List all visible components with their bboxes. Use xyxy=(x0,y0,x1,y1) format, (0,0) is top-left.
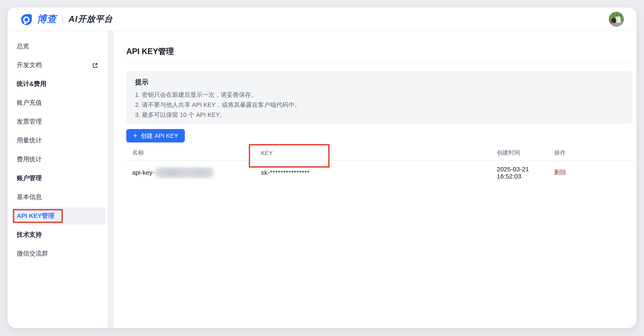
sidebar-item-wechat-group[interactable]: 微信交流群 xyxy=(8,244,108,263)
sidebar-item-cost-stats[interactable]: 费用统计 xyxy=(8,150,108,169)
plus-icon: + xyxy=(133,132,137,139)
cell-created-at: 2025-03-21 16:52:03 xyxy=(497,165,554,180)
external-link-icon xyxy=(92,62,98,68)
table-body: api-key-sk-***************2025-03-21 16:… xyxy=(126,161,632,184)
table-header-row: 名称 KEY 创建时间 操作 xyxy=(126,145,632,161)
sidebar-item-label: 发票管理 xyxy=(17,118,42,126)
sidebar-item-label: 费用统计 xyxy=(17,155,42,163)
platform-title: AI开放平台 xyxy=(68,14,113,25)
tips-line-2: 2. 请不要与他人共享 API KEY，或将其暴露在客户端代码中。 xyxy=(135,100,624,110)
sidebar-item-stats-section: 统计&费用 xyxy=(8,75,108,93)
sidebar-item-api-key-management[interactable]: API KEY管理 xyxy=(8,207,108,225)
sidebar-item-label: 总览 xyxy=(17,42,29,50)
page: 博查 AI开放平台 xyxy=(0,0,644,336)
brand: 博查 AI开放平台 xyxy=(19,13,113,26)
top-bar: 博查 AI开放平台 xyxy=(8,8,636,31)
title-divider xyxy=(126,62,632,63)
create-api-key-button[interactable]: + 创建 API KEY xyxy=(126,129,185,142)
cell-key: sk-*************** xyxy=(261,169,497,176)
column-header-created: 创建时间 xyxy=(497,149,554,156)
cell-name: api-key- xyxy=(132,167,261,178)
table-row: api-key-sk-***************2025-03-21 16:… xyxy=(126,161,632,184)
sidebar-item-overview[interactable]: 总览 xyxy=(8,37,108,56)
page-title: API KEY管理 xyxy=(126,46,632,57)
sidebar-item-label: 账户管理 xyxy=(17,174,42,182)
app-window: 博查 AI开放平台 xyxy=(8,8,636,328)
sidebar-item-support-section: 技术支持 xyxy=(8,225,108,244)
column-header-key: KEY xyxy=(261,149,497,156)
main-content: API KEY管理 提示 1. 密钥只会在新建后显示一次，请妥善保存。 2. 请… xyxy=(114,31,636,328)
sidebar-item-invoice-management[interactable]: 发票管理 xyxy=(8,112,108,131)
sidebar-divider xyxy=(108,31,114,328)
sidebar-item-label: 账户充值 xyxy=(17,99,42,107)
sidebar-item-basic-info[interactable]: 基本信息 xyxy=(8,188,108,207)
sidebar-item-label: 用量统计 xyxy=(17,137,42,144)
sidebar-item-label: 基本信息 xyxy=(17,193,42,201)
create-api-key-label: 创建 API KEY xyxy=(141,132,178,140)
api-key-name-prefix: api-key- xyxy=(132,169,154,176)
sidebar-item-label: 统计&费用 xyxy=(17,80,46,88)
redacted-name-blur xyxy=(155,167,214,178)
sidebar-item-account-recharge[interactable]: 账户充值 xyxy=(8,93,108,112)
tips-box: 提示 1. 密钥只会在新建后显示一次，请妥善保存。 2. 请不要与他人共享 AP… xyxy=(126,71,632,123)
brand-divider xyxy=(62,15,63,23)
delete-link[interactable]: 删除 xyxy=(554,169,566,176)
sidebar-item-usage-stats[interactable]: 用量统计 xyxy=(8,131,108,150)
sidebar-item-label: 技术支持 xyxy=(17,231,42,239)
sidebar-item-label: API KEY管理 xyxy=(17,212,54,220)
sidebar-nav: 总览开发文档统计&费用账户充值发票管理用量统计费用统计账户管理基本信息API K… xyxy=(8,31,108,328)
sidebar-item-dev-docs[interactable]: 开发文档 xyxy=(8,56,108,75)
tips-title: 提示 xyxy=(135,78,624,87)
tips-line-1: 1. 密钥只会在新建后显示一次，请妥善保存。 xyxy=(135,90,624,100)
column-header-action: 操作 xyxy=(554,149,632,156)
tips-line-3: 3. 最多可以保留 10 个 API KEY。 xyxy=(135,110,624,120)
sidebar-item-account-section: 账户管理 xyxy=(8,169,108,188)
app-body: 总览开发文档统计&费用账户充值发票管理用量统计费用统计账户管理基本信息API K… xyxy=(8,31,636,328)
avatar-image xyxy=(609,12,624,27)
sidebar-item-label: 微信交流群 xyxy=(17,250,48,258)
column-header-name: 名称 xyxy=(132,149,261,156)
sidebar-item-label: 开发文档 xyxy=(17,61,42,69)
api-key-table: 名称 KEY 创建时间 操作 api-key-sk-**************… xyxy=(126,145,632,184)
user-avatar[interactable] xyxy=(609,12,624,27)
bocha-logo-icon xyxy=(19,13,33,25)
brand-name: 博查 xyxy=(37,13,57,26)
